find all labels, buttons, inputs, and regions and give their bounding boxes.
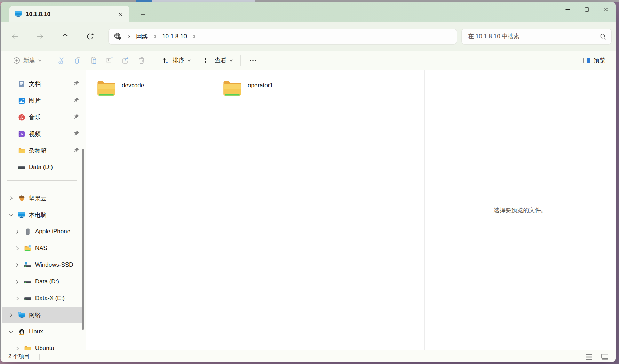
sidebar-item-this-pc[interactable]: 本电脑 — [2, 207, 82, 223]
sort-button[interactable]: 排序 — [158, 54, 194, 67]
preview-pane: 选择要预览的文件。 — [424, 70, 616, 350]
sidebar-item-data-d-tree[interactable]: Data (D:) — [2, 273, 82, 290]
sidebar-item-apple-iphone[interactable]: Apple iPhone — [2, 223, 82, 240]
forward-button[interactable] — [33, 29, 47, 44]
view-list-icon — [204, 56, 212, 65]
search-icon[interactable] — [600, 33, 606, 40]
maximize-button[interactable] — [577, 2, 596, 17]
sidebar-scrollbar[interactable] — [82, 149, 84, 330]
close-window-button[interactable] — [596, 2, 616, 17]
music-icon — [17, 113, 26, 121]
search-box — [462, 29, 611, 44]
large-icons-view-button[interactable] — [600, 352, 610, 361]
nutstore-acorn-icon — [17, 194, 26, 202]
view-button-label: 查看 — [215, 56, 227, 64]
item-count: 2 个项目 — [8, 353, 30, 360]
pin-icon — [73, 114, 79, 120]
sidebar-item-junk-box[interactable]: 杂物箱 — [2, 142, 82, 159]
search-input[interactable] — [468, 33, 600, 40]
chevron-right-icon[interactable] — [13, 278, 21, 285]
view-button[interactable]: 查看 — [200, 54, 236, 67]
toolbar-divider — [49, 55, 49, 66]
chevron-right-icon[interactable] — [13, 261, 21, 268]
tab-close-button[interactable] — [116, 9, 125, 19]
breadcrumb-segment-host[interactable]: 10.1.8.10 — [162, 33, 187, 40]
breadcrumb-chevron-icon — [153, 34, 157, 39]
cut-button[interactable] — [54, 54, 70, 67]
chevron-down-icon — [38, 59, 42, 62]
sidebar-item-music[interactable]: 音乐 — [2, 109, 82, 126]
folder-icon — [17, 147, 26, 154]
network-location-icon[interactable] — [113, 32, 122, 41]
chevron-down-icon — [187, 59, 191, 62]
ellipsis-icon — [249, 57, 257, 64]
rename-button[interactable] — [102, 54, 118, 67]
desktop-background: 10.1.8.10 — [0, 0, 619, 364]
command-toolbar: 新建 — [1, 51, 616, 70]
cut-scissors-icon — [57, 56, 66, 65]
chevron-down-icon — [229, 59, 233, 62]
sidebar-item-pictures[interactable]: 图片 — [2, 92, 82, 109]
drive-icon — [24, 294, 32, 302]
navigation-bar: 网络 10.1.8.10 — [1, 22, 616, 51]
chevron-right-icon[interactable] — [13, 245, 21, 252]
details-view-button[interactable] — [584, 352, 594, 361]
address-bar[interactable]: 网络 10.1.8.10 — [109, 29, 457, 44]
sidebar-item-data-d[interactable]: Data (D:) — [2, 159, 82, 176]
statusbar-divider — [39, 354, 40, 360]
back-button[interactable] — [8, 29, 22, 44]
sidebar-item-nas[interactable]: NAS — [2, 240, 82, 257]
chevron-right-icon[interactable] — [13, 228, 21, 235]
pin-icon — [73, 147, 79, 153]
window-controls — [558, 2, 616, 17]
preview-toggle-button[interactable]: 预览 — [579, 54, 609, 67]
this-pc-monitor-icon — [15, 10, 22, 18]
pin-icon — [73, 130, 79, 136]
sidebar-item-videos[interactable]: 视频 — [2, 126, 82, 142]
sidebar-item-documents[interactable]: 文档 — [2, 75, 82, 92]
sidebar-item-network[interactable]: 网络 — [2, 307, 82, 323]
network-icon — [17, 311, 26, 319]
folder-shared-icon — [223, 79, 242, 97]
sort-button-label: 排序 — [173, 56, 184, 64]
new-button-label: 新建 — [23, 56, 35, 64]
chevron-right-icon[interactable] — [7, 195, 15, 202]
chevron-down-icon[interactable] — [7, 328, 15, 335]
chevron-right-icon[interactable] — [7, 312, 15, 318]
tab-bar: 10.1.8.10 — [1, 2, 616, 22]
chevron-right-icon[interactable] — [13, 295, 21, 302]
sidebar-item-windows-ssd[interactable]: Windows-SSD — [2, 257, 82, 273]
chevron-down-icon[interactable] — [7, 211, 15, 218]
file-name: devcode — [122, 82, 144, 89]
pictures-icon — [17, 97, 26, 104]
preview-pane-icon — [582, 56, 591, 65]
file-list-area[interactable]: devcode operator1 — [86, 70, 424, 350]
refresh-button[interactable] — [83, 29, 97, 44]
file-explorer-window: 10.1.8.10 — [0, 2, 616, 362]
file-tile-devcode[interactable]: devcode — [96, 79, 214, 100]
sidebar-divider — [7, 180, 77, 181]
phone-icon — [24, 228, 32, 235]
sidebar-item-data-x-e[interactable]: Data-X (E:) — [2, 290, 82, 307]
new-button[interactable]: 新建 — [10, 54, 45, 67]
copy-icon — [73, 56, 82, 65]
linux-penguin-icon — [17, 328, 26, 335]
pin-icon — [73, 80, 79, 86]
paste-clipboard-icon — [89, 56, 98, 65]
network-folder-icon — [24, 244, 32, 252]
preview-placeholder-text: 选择要预览的文件。 — [494, 206, 547, 214]
minimize-button[interactable] — [558, 2, 577, 17]
more-options-button[interactable] — [245, 54, 261, 67]
share-button[interactable] — [118, 54, 134, 67]
explorer-tab[interactable]: 10.1.8.10 — [9, 6, 129, 22]
status-bar: 2 个项目 — [1, 350, 616, 362]
new-tab-button[interactable] — [138, 9, 148, 19]
paste-button[interactable] — [86, 54, 102, 67]
breadcrumb-segment-network[interactable]: 网络 — [136, 33, 148, 41]
sidebar-item-linux[interactable]: Linux — [2, 323, 82, 340]
copy-button[interactable] — [70, 54, 86, 67]
file-tile-operator1[interactable]: operator1 — [222, 79, 340, 100]
delete-button[interactable] — [134, 54, 150, 67]
up-button[interactable] — [58, 29, 72, 44]
sidebar-item-nutstore[interactable]: 坚果云 — [2, 190, 82, 207]
